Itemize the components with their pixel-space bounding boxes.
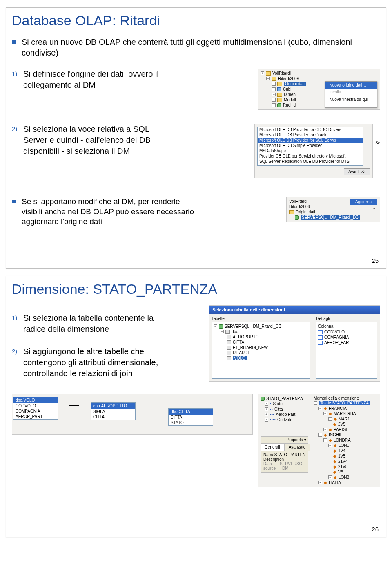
tree-node[interactable]: Dimen bbox=[284, 92, 296, 97]
note-text: Se si apportano modifiche al DM, per ren… bbox=[22, 197, 200, 227]
table-item-selected[interactable]: VOLO bbox=[233, 356, 247, 360]
ctxmenu-item[interactable]: Nuova origine dati… bbox=[325, 82, 377, 89]
member-leaf[interactable]: V5 bbox=[338, 470, 343, 474]
folder-icon bbox=[272, 77, 276, 81]
hier-level[interactable]: Citta bbox=[274, 407, 283, 411]
tree-node[interactable]: VoliRitardi bbox=[289, 199, 307, 204]
tree-node[interactable]: dbo bbox=[232, 329, 238, 334]
expand-icon[interactable]: + bbox=[265, 418, 268, 422]
ctxmenu-item[interactable]: Incolla bbox=[325, 89, 377, 96]
list-item-selected[interactable]: Microsoft OLE DB Provider for SQL Server bbox=[258, 138, 363, 143]
member-leaf[interactable]: 2V5 bbox=[338, 422, 345, 426]
ctxmenu-item[interactable]: Nuova finestra da qui bbox=[325, 96, 377, 103]
bullet-square-icon bbox=[12, 40, 16, 44]
hier-level[interactable]: Codvolo bbox=[277, 418, 292, 422]
provider-listbox[interactable]: Microsoft OLE DB Provider for ODBC Drive… bbox=[257, 127, 363, 166]
properties-toggle[interactable]: Proprietà ▾ bbox=[261, 436, 308, 443]
schema-table-aeroporto[interactable]: dbo.AEROPORTO SIGLA CITTA bbox=[91, 402, 136, 420]
expand-icon[interactable]: + bbox=[328, 475, 332, 479]
member-leaf[interactable]: 21V5 bbox=[338, 464, 347, 469]
expand-icon[interactable]: + bbox=[265, 402, 268, 406]
collapse-icon[interactable]: − bbox=[214, 324, 217, 328]
member[interactable]: LON2 bbox=[339, 475, 349, 480]
expand-icon[interactable]: + bbox=[272, 82, 276, 86]
expand-icon[interactable]: + bbox=[318, 481, 322, 484]
tree-node[interactable]: Ritardi2009 bbox=[278, 76, 299, 81]
table-item[interactable]: AEROPORTO bbox=[233, 335, 259, 339]
member-leaf[interactable]: 1V4 bbox=[338, 449, 345, 453]
list-item[interactable]: SQL Server Replication OLE DB Provider f… bbox=[258, 159, 363, 164]
member[interactable]: INGHIL bbox=[329, 433, 342, 437]
tree-node-selected[interactable]: SERVERSQL - DM_Ritardi_DB bbox=[301, 215, 360, 220]
member[interactable]: PARIGI bbox=[334, 427, 347, 432]
slide-title: Database OLAP: Ritardi bbox=[12, 13, 380, 29]
next-button[interactable]: Avanti >> bbox=[344, 168, 370, 175]
expand-icon[interactable]: + bbox=[265, 407, 268, 411]
collapse-icon[interactable]: − bbox=[266, 77, 270, 80]
step2-number: 2) bbox=[12, 346, 23, 355]
expand-icon[interactable]: + bbox=[272, 103, 276, 107]
member-leaf[interactable]: 1V5 bbox=[338, 454, 345, 458]
tree-node[interactable]: VoliRitardi bbox=[272, 71, 291, 76]
member[interactable]: ITALIA bbox=[329, 480, 341, 485]
expand-icon[interactable]: + bbox=[265, 413, 268, 416]
collapse-icon[interactable]: − bbox=[328, 417, 332, 421]
table-item[interactable]: CITTA bbox=[233, 340, 244, 344]
bullet-square-icon bbox=[12, 200, 16, 203]
list-item[interactable]: Microsoft OLE DB Simple Provider bbox=[258, 143, 363, 148]
table-icon bbox=[227, 356, 231, 360]
member[interactable]: MARSIGLIA bbox=[334, 411, 356, 416]
member-leaf[interactable]: 21V4 bbox=[338, 459, 347, 464]
member[interactable]: LONDRA bbox=[334, 438, 351, 442]
table-item[interactable]: RITARDI bbox=[233, 351, 249, 355]
collapse-icon[interactable]: − bbox=[318, 407, 322, 410]
tab-advanced[interactable]: Avanzate bbox=[285, 444, 310, 451]
table-item[interactable]: FT_RITARDI_NEW bbox=[233, 345, 268, 350]
list-item[interactable]: Provider DB OLE per Servizi directory Mi… bbox=[258, 153, 363, 159]
table-header: dbo.VOLO bbox=[13, 397, 58, 403]
expand-icon[interactable]: + bbox=[261, 71, 264, 75]
tree-node[interactable]: Cubi bbox=[283, 87, 292, 91]
expand-icon[interactable]: + bbox=[323, 428, 327, 431]
list-item[interactable]: MSDataShape bbox=[258, 148, 363, 153]
schema-table-volo[interactable]: dbo.VOLO CODVOLO COMPAGNIA AEROP_PART bbox=[13, 397, 58, 420]
collapse-icon[interactable]: − bbox=[328, 444, 332, 447]
hier-title: STATO_PARTENZA bbox=[266, 396, 303, 401]
tab-general[interactable]: Generali bbox=[261, 444, 285, 451]
schema-table-citta[interactable]: dbo.CITTA CITTA STATO bbox=[168, 408, 213, 426]
collapse-icon[interactable]: − bbox=[220, 330, 224, 333]
column-icon bbox=[318, 341, 323, 345]
tree-node-selected[interactable]: Origini dati bbox=[284, 82, 306, 86]
role-icon bbox=[277, 103, 281, 107]
member[interactable]: LON1 bbox=[339, 443, 349, 448]
expand-icon[interactable]: + bbox=[272, 98, 276, 102]
collapse-icon[interactable]: − bbox=[323, 412, 327, 415]
hierarchy-panel: STATO_PARTENZA +•Stato +••Citta +•••Aero… bbox=[258, 394, 380, 487]
folder-icon bbox=[277, 98, 282, 102]
refresh-button[interactable]: Aggiorna bbox=[350, 199, 377, 205]
hier-level[interactable]: Aerop Part bbox=[276, 412, 296, 417]
expand-icon[interactable]: + bbox=[272, 87, 276, 91]
member[interactable]: MAR1 bbox=[339, 417, 350, 421]
tree-node[interactable]: Ritardi2009 bbox=[289, 204, 310, 209]
expand-icon[interactable]: + bbox=[272, 93, 276, 96]
tree-node[interactable]: Origini dati bbox=[296, 210, 315, 214]
tree-node[interactable]: Modell bbox=[284, 98, 296, 102]
hier-level[interactable]: Stato bbox=[273, 402, 283, 406]
prop-label: Name bbox=[263, 453, 274, 457]
table-column: COMPAGNIA bbox=[13, 409, 58, 414]
member-root[interactable]: Totale STATO_PARTENZA bbox=[319, 401, 370, 405]
collapse-icon[interactable]: − bbox=[323, 438, 327, 442]
datasource-icon bbox=[295, 215, 299, 220]
list-item[interactable]: Microsoft OLE DB Provider for Oracle bbox=[258, 132, 363, 138]
columns-list: Colonna CODVOLO COMPAGNIA AEROP_PART bbox=[316, 322, 377, 379]
list-item[interactable]: Microsoft OLE DB Provider for ODBC Drive… bbox=[258, 127, 363, 132]
tables-tree[interactable]: −SERVERSQL - DM_Ritardi_DB −dbo AEROPORT… bbox=[212, 322, 310, 379]
tree-node[interactable]: Ruoli d bbox=[283, 103, 296, 107]
table-column: STATO bbox=[169, 420, 213, 425]
collapse-icon[interactable]: − bbox=[314, 401, 317, 405]
refresh-q: ? bbox=[350, 207, 377, 212]
tree-node[interactable]: SERVERSQL - DM_Ritardi_DB bbox=[225, 324, 281, 329]
collapse-icon[interactable]: − bbox=[318, 433, 322, 437]
member[interactable]: FRANCIA bbox=[329, 406, 347, 411]
